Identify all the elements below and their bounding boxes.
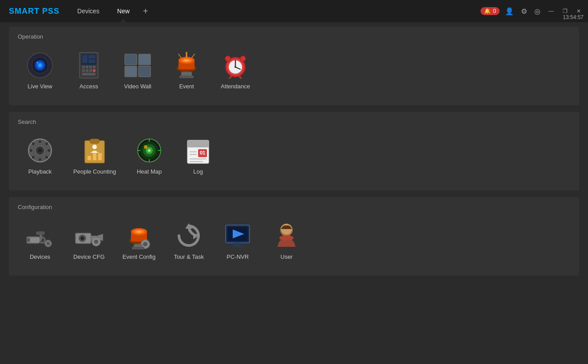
svg-point-41: [240, 56, 246, 61]
svg-rect-22: [125, 66, 137, 77]
access-icon: [75, 51, 103, 79]
svg-rect-30: [179, 75, 194, 78]
attendance-icon: [221, 51, 250, 79]
user-icon-box: [272, 222, 301, 250]
svg-rect-74: [187, 146, 209, 147]
svg-rect-11: [82, 66, 85, 68]
app-name-part2: PSS: [42, 7, 60, 16]
search-grid: Playback: [18, 132, 570, 179]
playback-item[interactable]: Playback: [18, 132, 62, 179]
tab-new[interactable]: New: [108, 0, 139, 22]
svg-rect-106: [99, 241, 101, 243]
live-view-icon: [26, 51, 54, 79]
device-cfg-item[interactable]: Device CFG: [67, 217, 111, 265]
svg-point-39: [234, 66, 236, 68]
live-view-item[interactable]: Live View: [18, 47, 62, 94]
add-tab-button[interactable]: +: [139, 6, 153, 16]
access-item[interactable]: Access: [67, 47, 111, 94]
svg-point-54: [32, 155, 35, 159]
section-configuration: Configuration: [9, 197, 579, 276]
people-counting-item[interactable]: People Counting: [67, 132, 123, 179]
svg-point-48: [38, 158, 42, 161]
operation-grid: Live View: [18, 47, 570, 94]
titlebar: SMART PSS Devices New + 🔔 0 👤 ⚙ ◎ — ❐ ✕ …: [0, 0, 588, 22]
svg-rect-18: [93, 69, 95, 72]
user-icon[interactable]: 👤: [503, 5, 516, 17]
svg-rect-127: [234, 243, 241, 245]
video-wall-item[interactable]: Video Wall: [115, 47, 160, 94]
svg-rect-104: [95, 244, 97, 246]
attendance-label: Attendance: [221, 83, 250, 90]
svg-rect-105: [92, 241, 94, 243]
svg-point-40: [225, 56, 230, 61]
heat-map-icon: [135, 136, 163, 165]
svg-point-28: [184, 59, 189, 62]
network-icon[interactable]: ◎: [532, 5, 542, 17]
event-label: Event: [179, 83, 194, 90]
alert-count: 0: [493, 8, 496, 14]
svg-point-60: [92, 145, 97, 149]
event-config-label: Event Config: [123, 253, 155, 260]
svg-rect-9: [88, 55, 95, 59]
svg-rect-128: [232, 245, 243, 247]
svg-point-53: [45, 142, 48, 146]
log-icon: 01: [184, 136, 212, 165]
settings-icon[interactable]: ⚙: [519, 5, 529, 17]
people-counting-label: People Counting: [73, 168, 116, 175]
svg-point-49: [29, 149, 33, 152]
svg-point-102: [94, 240, 99, 244]
alert-badge[interactable]: 🔔 0: [481, 7, 500, 15]
svg-point-100: [81, 237, 84, 240]
svg-point-51: [32, 142, 35, 146]
svg-point-47: [38, 140, 42, 143]
svg-rect-121: [132, 247, 144, 249]
svg-point-115: [143, 242, 147, 246]
event-config-item[interactable]: Event Config: [116, 217, 162, 265]
svg-rect-91: [47, 240, 49, 242]
minimize-button[interactable]: —: [546, 6, 556, 16]
event-item[interactable]: Event: [164, 47, 209, 94]
svg-rect-56: [90, 139, 99, 143]
log-item[interactable]: 01 Log: [176, 132, 220, 179]
access-label: Access: [79, 83, 98, 90]
pc-nvr-item[interactable]: PC-NVR: [215, 217, 260, 265]
device-cfg-label: Device CFG: [73, 253, 105, 260]
attendance-item[interactable]: Attendance: [213, 47, 258, 94]
svg-line-42: [230, 76, 231, 78]
svg-point-46: [38, 149, 42, 152]
svg-point-131: [279, 235, 294, 241]
video-wall-label: Video Wall: [124, 83, 151, 90]
event-icon: [172, 51, 201, 79]
svg-rect-20: [125, 54, 137, 65]
svg-rect-15: [82, 69, 85, 72]
svg-rect-84: [30, 237, 40, 243]
svg-point-4: [38, 63, 42, 67]
people-counting-icon: [80, 136, 109, 165]
tour-task-label: Tour & Task: [174, 253, 204, 260]
svg-rect-116: [144, 240, 146, 241]
user-item[interactable]: User: [264, 217, 309, 265]
heat-map-item[interactable]: Heat Map: [127, 132, 171, 179]
svg-rect-16: [86, 69, 88, 72]
section-search-title: Search: [18, 119, 570, 125]
video-wall-icon: [123, 51, 152, 79]
tab-devices[interactable]: Devices: [68, 0, 108, 22]
tour-task-item[interactable]: Tour & Task: [167, 217, 211, 265]
svg-rect-83: [27, 238, 30, 242]
svg-rect-10: [88, 59, 95, 63]
svg-rect-119: [148, 243, 150, 245]
section-operation: Operation Live View: [9, 27, 579, 105]
device-cfg-icon: [75, 222, 103, 250]
svg-rect-59: [98, 153, 102, 160]
svg-line-32: [179, 54, 181, 58]
configuration-grid: Devices: [18, 217, 570, 265]
log-label: Log: [193, 168, 203, 175]
svg-rect-23: [139, 66, 151, 77]
svg-rect-93: [45, 243, 47, 245]
pc-nvr-label: PC-NVR: [226, 253, 249, 260]
cfg-devices-item[interactable]: Devices: [18, 217, 62, 265]
event-config-icon: [125, 222, 153, 250]
svg-point-5: [36, 62, 38, 63]
live-view-label: Live View: [28, 83, 52, 90]
svg-line-33: [192, 54, 195, 58]
